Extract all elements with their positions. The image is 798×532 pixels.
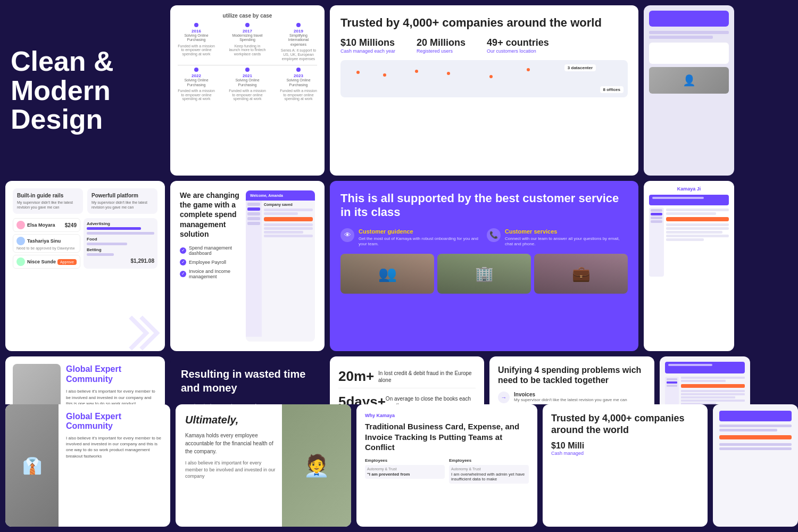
- feature-3: Invoice and Income management: [189, 269, 240, 279]
- trusted-stat-3-label: Our customers location: [487, 48, 549, 54]
- cs-feature-1-title: Customer guidence: [359, 228, 481, 235]
- trusted-bottom-card: Trusted by 4,000+ companies around the w…: [543, 404, 708, 527]
- cs-feature-2-title: Customer services: [505, 228, 628, 235]
- customer-service-card: This is all supported by the best custom…: [330, 181, 638, 351]
- trusted-stat-2-label: Registered users: [417, 48, 466, 54]
- bottom-global-card: 👔 Global Expert Community I also believe…: [5, 404, 170, 527]
- timeline-card: utilize case by case 2016 Solving Online…: [170, 5, 325, 176]
- b-global-desc: I also believe it's important for every …: [66, 435, 163, 459]
- scalable-feature2-title: Powerfull platform: [92, 193, 153, 198]
- trusted-bottom-stat: $10 Milli: [551, 441, 699, 451]
- cs-feature-1-desc: Get the most out of Kamaya with robust o…: [359, 236, 481, 247]
- dashboard-saved: Company saved: [264, 203, 313, 206]
- trusted-bottom-title: Trusted by 4,000+ companies around the w…: [551, 413, 699, 436]
- adv-label: Advertising: [87, 221, 154, 226]
- traditional-card: Why Kamaya Traditional Business Card, Ex…: [356, 404, 537, 527]
- trusted-stat-1-label: Cash managed each year: [340, 48, 395, 54]
- map-label-offices: 8 offices: [600, 86, 624, 93]
- scalable-card: Built-in guide rails My supervisor didn'…: [5, 181, 165, 351]
- trusted-stat-1-value: $10 Millions: [340, 37, 395, 48]
- scalable-feature1-desc: My supervisor didn't like the latest rev…: [17, 200, 79, 210]
- map-label-datacenter: 3 datacenter: [564, 64, 596, 71]
- quote-text: "I am prevented from: [367, 472, 443, 477]
- trusted-stat-2-value: 20 Millions: [417, 37, 466, 48]
- why-label: Why Kamaya: [365, 413, 529, 418]
- traditional-title: Traditional Business Card, Expense, and …: [365, 421, 529, 453]
- timeline-subtitle: utilize case by case: [178, 13, 317, 19]
- side-mid-card: Kamaya Ji: [644, 181, 734, 351]
- right-partial-card: [713, 404, 798, 527]
- ultimately-desc1: Kamaya holds every employee accountable …: [185, 431, 279, 455]
- stat-20m-desc: In lost credit & debit fraud in the Euro…: [378, 370, 476, 384]
- ultimately-desc2: I also believe it's important for every …: [185, 460, 279, 480]
- feature-1: Spend management dashboard: [189, 245, 240, 256]
- cs-feature-2-desc: Connect with our team to answer all your…: [505, 236, 628, 247]
- trusted-title: Trusted by 4,000+ companies around the w…: [340, 16, 628, 30]
- total-label: $1,291.08: [87, 258, 154, 264]
- stat-20m: 20m+: [338, 368, 373, 385]
- feature-2: Employee Payroll: [189, 260, 226, 265]
- scalable-feature1-title: Built-in guide rails: [17, 193, 79, 198]
- solution-title: We are changing the game with a complete…: [180, 190, 240, 239]
- b-global-title: Global Expert Community: [66, 412, 163, 431]
- global-title: Global Expert Community: [66, 364, 157, 384]
- trusted-bottom-label: Cash managed: [551, 451, 699, 456]
- hero-title: Clean & Modern Design: [11, 47, 114, 134]
- betting-label: Betting: [87, 247, 154, 252]
- food-label: Food: [87, 237, 154, 242]
- dashboard-greeting: Welcome, Amanda: [250, 194, 311, 197]
- wasted-title: Resulting in wasted time and money: [181, 367, 314, 395]
- cs-title: This is all supported by the best custom…: [340, 192, 628, 220]
- unify-title: Unifying 4 spending problems wich need t…: [498, 365, 646, 385]
- brand-label: Kamaya Ji: [649, 186, 729, 192]
- trusted-card: Trusted by 4,000+ companies around the w…: [330, 5, 638, 176]
- side-top-card: 👤: [644, 5, 734, 176]
- trusted-stat-3-value: 49+ countries: [487, 37, 549, 48]
- hero-card: Clean & Modern Design: [5, 5, 165, 176]
- scalable-feature2-desc: My supervisor didn't like the latest rev…: [92, 200, 153, 210]
- approve-button[interactable]: Approve: [57, 259, 77, 265]
- unify-item-1-desc: My supervisor didn't like the latest rev…: [514, 397, 627, 403]
- unify-item-1-title: Invoices: [514, 392, 627, 397]
- spend-solution-card: We are changing the game with a complete…: [170, 181, 325, 351]
- ultimately-card: Ultimately, Kamaya holds every employee …: [176, 404, 351, 527]
